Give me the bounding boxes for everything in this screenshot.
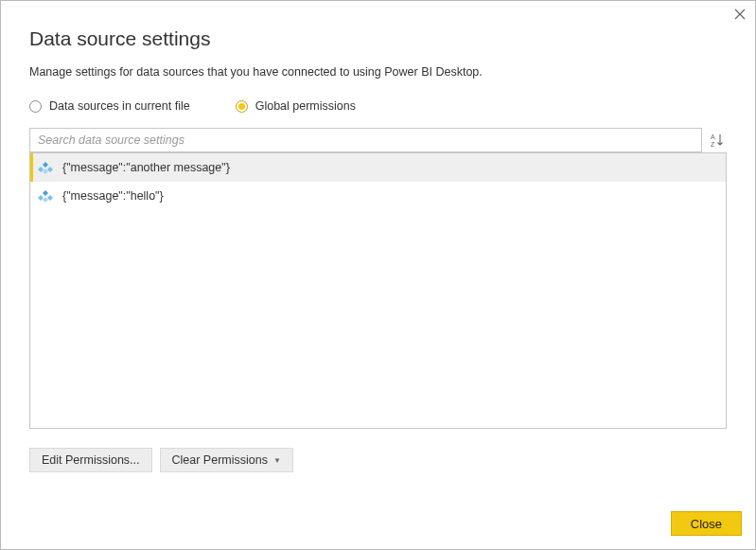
dialog-title: Data source settings [29,27,727,50]
button-label: Clear Permissions [172,453,268,467]
button-label: Edit Permissions... [42,453,140,467]
search-input[interactable] [29,128,702,152]
dialog-subtitle: Manage settings for data sources that yo… [29,65,727,79]
radio-label: Global permissions [255,99,356,113]
chevron-down-icon: ▼ [273,456,281,465]
radio-icon [29,100,42,113]
list-item-label: {"message":"hello"} [62,189,164,203]
radio-label: Data sources in current file [49,99,190,113]
radio-global-permissions[interactable]: Global permissions [236,99,356,113]
edit-permissions-button[interactable]: Edit Permissions... [29,448,152,472]
clear-permissions-button[interactable]: Clear Permissions ▼ [160,448,293,472]
svg-text:A: A [711,133,715,140]
list-item[interactable]: {"message":"another message"} [30,153,726,182]
data-source-list[interactable]: {"message":"another message"} {"message"… [29,152,727,429]
scope-radio-group: Data sources in current file Global perm… [29,99,727,113]
sort-button[interactable]: A Z [708,128,727,152]
list-item-label: {"message":"another message"} [62,161,230,174]
radio-current-file[interactable]: Data sources in current file [29,99,190,113]
sort-az-icon: A Z [711,133,724,148]
close-icon[interactable] [734,7,746,24]
svg-text:Z: Z [711,141,715,148]
radio-icon [236,100,248,113]
close-button[interactable]: Close [671,511,742,536]
list-item[interactable]: {"message":"hello"} [30,182,726,210]
datasource-icon [38,188,53,204]
datasource-icon [38,160,53,175]
